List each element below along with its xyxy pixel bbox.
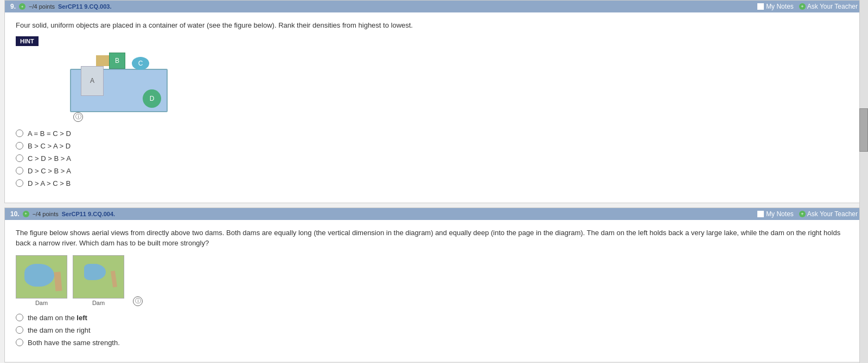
radio-9-e[interactable] [16, 179, 23, 187]
question-10: 10. + −/4 points SerCP11 9.CQ.004. My No… [4, 208, 864, 362]
question-10-options: the dam on the left the dam on the right… [16, 314, 852, 347]
question-9-body: Four solid, uniform objects are placed i… [5, 12, 863, 203]
points-icon-10: + [23, 211, 29, 217]
radio-10-b[interactable] [16, 326, 23, 334]
question-10-header-left: 10. + −/4 points SerCP11 9.CQ.004. [10, 210, 115, 218]
question-9-code: SerCP11 9.CQ.003. [58, 3, 111, 10]
my-notes-checkbox-9[interactable] [757, 3, 764, 10]
dam-right-water [84, 264, 106, 280]
info-icon-10[interactable]: ⓘ [133, 296, 143, 306]
my-notes-checkbox-10[interactable] [757, 211, 764, 217]
question-9-options: A = B = C > D B > C > A > D C > D > B > … [16, 129, 852, 187]
label-10-c[interactable]: Both have the same strength. [28, 339, 120, 347]
label-9-e[interactable]: D > A > C > B [28, 179, 71, 187]
question-9: 9. + −/4 points SerCP11 9.CQ.003. My Not… [4, 0, 864, 203]
option-9-e: D > A > C > B [16, 179, 852, 187]
label-9-a[interactable]: A = B = C > D [28, 129, 71, 138]
question-9-points: −/4 points [29, 3, 55, 10]
option-9-a: A = B = C > D [16, 129, 852, 138]
label-9-b[interactable]: B > C > A > D [28, 142, 71, 150]
question-10-code: SerCP11 9.CQ.004. [62, 211, 115, 217]
my-notes-9[interactable]: My Notes [757, 3, 794, 10]
my-notes-10[interactable]: My Notes [757, 210, 794, 218]
dam-left-label: Dam [35, 300, 48, 306]
dam-left-image [16, 255, 67, 299]
label-9-c[interactable]: C > D > B > A [28, 154, 71, 163]
question-9-text: Four solid, uniform objects are placed i… [16, 20, 852, 31]
radio-9-b[interactable] [16, 142, 23, 150]
question-10-body: The figure below shows aerial views from… [5, 220, 863, 362]
option-9-c: C > D > B > A [16, 154, 852, 163]
scrollbar-thumb[interactable] [859, 108, 868, 152]
my-notes-label-10: My Notes [766, 210, 794, 218]
object-B: B [109, 53, 125, 69]
dam-figures: Dam Dam ⓘ [16, 255, 852, 306]
hint-button-9[interactable]: HINT [16, 36, 39, 46]
ask-teacher-9[interactable]: + Ask Your Teacher [799, 3, 858, 10]
option-10-b: the dam on the right [16, 326, 852, 334]
ask-teacher-label-9: Ask Your Teacher [807, 3, 858, 10]
my-notes-label-9: My Notes [766, 3, 794, 10]
dam-right-figure: Dam [73, 255, 124, 306]
dam-left-water [24, 264, 54, 287]
question-10-points: −/4 points [33, 211, 59, 217]
label-10-b[interactable]: the dam on the right [28, 326, 91, 334]
option-10-c: Both have the same strength. [16, 339, 852, 347]
dam-left-figure: Dam [16, 255, 67, 306]
ask-teacher-label-10: Ask Your Teacher [807, 210, 858, 218]
question-10-number: 10. [10, 210, 20, 218]
question-9-number: 9. [10, 3, 16, 10]
info-icon-9[interactable]: ⓘ [73, 112, 83, 122]
radio-9-c[interactable] [16, 154, 23, 162]
water-figure-9: A B C D ⓘ [70, 53, 852, 122]
radio-10-c[interactable] [16, 339, 23, 346]
question-10-header: 10. + −/4 points SerCP11 9.CQ.004. My No… [5, 208, 863, 220]
object-A: A [81, 66, 104, 96]
scrollbar[interactable] [859, 0, 868, 363]
option-9-b: B > C > A > D [16, 142, 852, 150]
dam-right-label: Dam [92, 300, 105, 306]
option-9-d: D > C > B > A [16, 167, 852, 175]
question-9-header-right: My Notes + Ask Your Teacher [757, 3, 858, 10]
question-10-header-right: My Notes + Ask Your Teacher [757, 210, 858, 218]
radio-9-d[interactable] [16, 167, 23, 174]
dam-right-wall [111, 270, 117, 287]
radio-10-a[interactable] [16, 314, 23, 321]
question-9-header: 9. + −/4 points SerCP11 9.CQ.003. My Not… [5, 1, 863, 12]
radio-9-a[interactable] [16, 129, 23, 137]
label-10-a[interactable]: the dam on the left [28, 314, 87, 322]
question-9-header-left: 9. + −/4 points SerCP11 9.CQ.003. [10, 3, 111, 10]
dam-left-wall [54, 271, 62, 291]
ask-teacher-10[interactable]: + Ask Your Teacher [799, 210, 858, 218]
ask-teacher-icon-9: + [799, 3, 806, 10]
label-9-d[interactable]: D > C > B > A [28, 167, 71, 175]
ask-teacher-icon-10: + [799, 211, 806, 217]
option-10-a: the dam on the left [16, 314, 852, 322]
object-C: C [132, 57, 149, 70]
dam-right-image [73, 255, 124, 299]
water-container: A B C D [70, 53, 168, 112]
points-icon-9: + [19, 3, 25, 10]
question-10-text: The figure below shows aerial views from… [16, 228, 852, 249]
object-D: D [143, 89, 161, 108]
